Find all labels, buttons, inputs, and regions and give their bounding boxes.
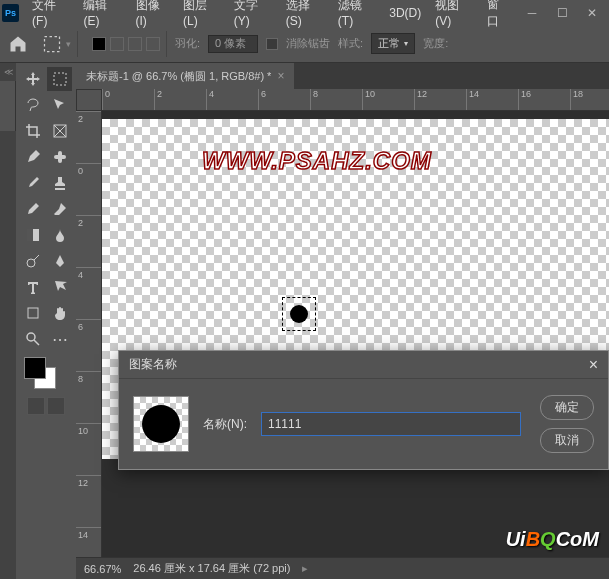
menu-filter[interactable]: 滤镜(T)	[331, 0, 382, 28]
move-tool[interactable]	[20, 67, 45, 91]
maximize-button[interactable]: ☐	[547, 2, 577, 24]
name-label: 名称(N):	[203, 416, 247, 433]
svg-rect-6	[58, 151, 62, 163]
quick-select-tool[interactable]	[47, 93, 72, 117]
document-area: 未标题-1 @ 66.7% (椭圆 1, RGB/8#) * × 024 681…	[76, 63, 609, 579]
svg-point-12	[27, 333, 35, 341]
hand-tool[interactable]	[47, 301, 72, 325]
eraser-tool[interactable]	[47, 197, 72, 221]
style-dropdown[interactable]: 正常▾	[371, 33, 415, 54]
marquee-selection[interactable]	[282, 297, 316, 331]
ruler-horizontal[interactable]: 024 6810 121416 182022 2426	[102, 89, 609, 111]
foreground-color[interactable]	[24, 357, 46, 379]
lasso-tool[interactable]	[20, 93, 45, 117]
pattern-name-dialog: 图案名称 × 名称(N): 确定 取消	[118, 350, 609, 470]
uibq-watermark: UiBQCoM	[506, 528, 599, 551]
menu-view[interactable]: 视图(V)	[428, 0, 480, 28]
canvas-viewport[interactable]: WWW.PSAHZ.COM	[102, 111, 609, 557]
color-swatches[interactable]	[20, 357, 72, 393]
svg-line-13	[34, 340, 39, 345]
menu-edit[interactable]: 编辑(E)	[76, 0, 128, 28]
tab-close-icon[interactable]: ×	[277, 69, 284, 83]
ps-logo: Ps	[2, 4, 19, 22]
home-icon[interactable]	[8, 34, 28, 54]
watermark-text: WWW.PSAHZ.COM	[202, 147, 432, 175]
width-label: 宽度:	[423, 36, 448, 51]
style-label: 样式:	[338, 36, 363, 51]
tools-panel: ⋯	[16, 63, 76, 579]
dialog-titlebar[interactable]: 图案名称 ×	[119, 351, 608, 379]
new-selection-icon[interactable]	[92, 37, 106, 51]
screenmode-button[interactable]	[47, 397, 65, 415]
svg-point-9	[27, 259, 35, 267]
menu-type[interactable]: 文字(Y)	[227, 0, 279, 28]
menu-layer[interactable]: 图层(L)	[176, 0, 227, 28]
dodge-tool[interactable]	[20, 249, 45, 273]
marquee-tool-icon[interactable]	[42, 34, 62, 54]
path-select-tool[interactable]	[47, 275, 72, 299]
feather-input[interactable]	[208, 35, 258, 53]
close-button[interactable]: ✕	[577, 2, 607, 24]
healing-tool[interactable]	[47, 145, 72, 169]
antialias-checkbox[interactable]	[266, 38, 278, 50]
status-bar: 66.67% 26.46 厘米 x 17.64 厘米 (72 ppi) ▸	[76, 557, 609, 579]
eyedropper-tool[interactable]	[20, 145, 45, 169]
shape-tool[interactable]	[20, 301, 45, 325]
svg-line-10	[34, 255, 39, 260]
document-dimensions: 26.46 厘米 x 17.64 厘米 (72 ppi)	[133, 561, 290, 576]
sidebar-collapse-icon[interactable]: ≪	[0, 63, 16, 81]
frame-tool[interactable]	[47, 119, 72, 143]
edit-toolbar[interactable]: ⋯	[47, 327, 72, 351]
dialog-close-icon[interactable]: ×	[589, 356, 598, 374]
ellipse-shape	[290, 305, 308, 323]
feather-label: 羽化:	[175, 36, 200, 51]
ruler-vertical[interactable]: 202 468 101214	[76, 111, 102, 557]
title-bar: Ps 文件(F) 编辑(E) 图像(I) 图层(L) 文字(Y) 选择(S) 滤…	[0, 0, 609, 25]
menu-select[interactable]: 选择(S)	[279, 0, 331, 28]
blur-tool[interactable]	[47, 223, 72, 247]
brush-tool[interactable]	[20, 171, 45, 195]
antialias-label: 消除锯齿	[286, 36, 330, 51]
zoom-level[interactable]: 66.67%	[84, 563, 121, 575]
type-tool[interactable]	[20, 275, 45, 299]
stamp-tool[interactable]	[47, 171, 72, 195]
menu-image[interactable]: 图像(I)	[129, 0, 177, 28]
options-bar: ▾ 羽化: 消除锯齿 样式: 正常▾ 宽度:	[0, 25, 609, 63]
svg-rect-1	[54, 73, 66, 85]
ruler-origin[interactable]	[76, 89, 102, 111]
gradient-tool[interactable]	[20, 223, 45, 247]
left-sidebar: ≪	[0, 63, 16, 579]
cancel-button[interactable]: 取消	[540, 428, 594, 453]
crop-tool[interactable]	[20, 119, 45, 143]
zoom-tool[interactable]	[20, 327, 45, 351]
menu-3d[interactable]: 3D(D)	[382, 6, 428, 20]
minimize-button[interactable]: ─	[517, 2, 547, 24]
intersect-selection-icon[interactable]	[146, 37, 160, 51]
add-selection-icon[interactable]	[110, 37, 124, 51]
marquee-tool[interactable]	[47, 67, 72, 91]
svg-rect-11	[28, 308, 38, 318]
ok-button[interactable]: 确定	[540, 395, 594, 420]
name-input[interactable]	[261, 412, 521, 436]
menu-file[interactable]: 文件(F)	[25, 0, 76, 28]
svg-rect-0	[45, 36, 60, 51]
svg-rect-8	[27, 229, 33, 241]
subtract-selection-icon[interactable]	[128, 37, 142, 51]
history-brush-tool[interactable]	[20, 197, 45, 221]
pattern-preview	[133, 396, 189, 452]
pen-tool[interactable]	[47, 249, 72, 273]
document-tab[interactable]: 未标题-1 @ 66.7% (椭圆 1, RGB/8#) * ×	[76, 63, 294, 89]
quickmask-button[interactable]	[27, 397, 45, 415]
menu-window[interactable]: 窗口	[480, 0, 517, 30]
